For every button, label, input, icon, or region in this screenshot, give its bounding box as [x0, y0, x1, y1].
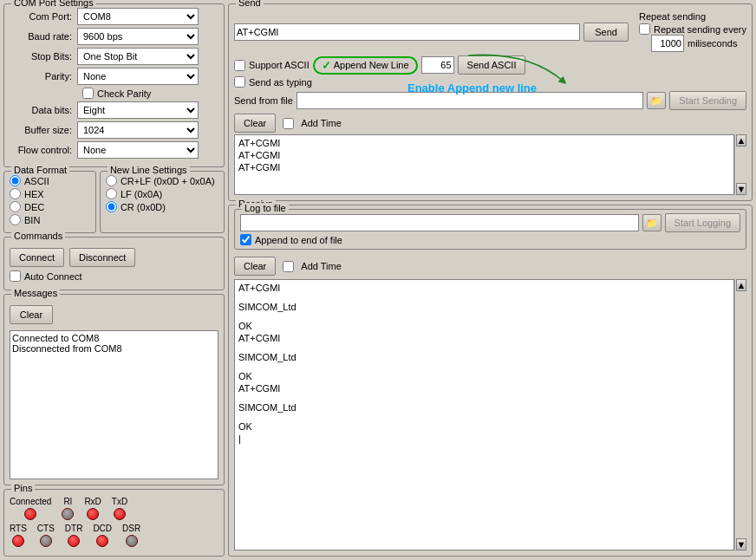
send-title: Send [236, 0, 264, 8]
recv-log-area: AT+CGMI SIMCOM_Ltd OK AT+CGMI SIMCOM_Ltd… [234, 279, 734, 550]
disconnect-button[interactable]: Disconnect [69, 248, 135, 267]
send-ascii-button[interactable]: Send ASCII [458, 55, 526, 75]
append-to-end-checkbox[interactable] [240, 234, 251, 245]
pin-dtr-led [68, 535, 80, 547]
com-port-label: Com Port: [10, 11, 77, 22]
support-ascii-checkbox[interactable] [234, 60, 245, 71]
recv-scrollbar[interactable]: ▲ ▼ [734, 279, 746, 550]
repeat-ms-input[interactable] [651, 35, 684, 52]
pin-rts-label: RTS [10, 524, 27, 533]
bin-radio[interactable] [10, 214, 21, 225]
pin-dcd: DCD [93, 524, 112, 547]
scrollbar-up-arrow[interactable]: ▲ [736, 134, 746, 147]
recv-add-time-checkbox[interactable] [283, 261, 294, 272]
com-port-row: Com Port: COM8 [10, 8, 218, 25]
pins-group: Pins Connected RI RxD TxD [3, 489, 225, 557]
recv-options-row: Clear Add Time [234, 253, 746, 276]
pin-dcd-label: DCD [93, 524, 112, 533]
pins-row-2: RTS CTS DTR DCD DSR [10, 524, 218, 547]
pin-ri: RI [62, 497, 74, 520]
append-new-line-label: Append New Line [334, 60, 409, 70]
recv-line-6: AT+CGMI [238, 382, 721, 394]
append-to-end-row: Append to end of file [240, 234, 740, 245]
left-panel: COM Port Settings Com Port: COM8 Baud ra… [0, 0, 228, 560]
buffer-size-select[interactable]: 1024 [77, 121, 199, 139]
log-file-row: 📁 Start Logging [240, 213, 740, 232]
crlf-radio[interactable] [106, 175, 117, 186]
repeat-ms-row: miliseconds [639, 35, 737, 52]
recv-scrollbar-up[interactable]: ▲ [736, 279, 746, 291]
baud-rate-select[interactable]: 9600 bps [77, 28, 199, 45]
ascii-radio[interactable] [10, 175, 21, 186]
messages-title: Messages [11, 288, 60, 298]
lf-radio[interactable] [106, 188, 117, 199]
stop-bits-row: Stop Bits: One Stop Bit [10, 48, 218, 65]
repeat-every-checkbox[interactable] [639, 23, 650, 35]
pin-dsr-led [126, 535, 138, 547]
parity-select[interactable]: None [77, 68, 199, 85]
recv-spacer-5 [238, 394, 721, 401]
lf-radio-row: LF (0x0A) [106, 188, 218, 199]
pin-rxd-led [87, 508, 99, 520]
data-format-title: Data Format [11, 165, 69, 175]
flow-control-select[interactable]: None [77, 141, 199, 159]
crlf-radio-row: CR+LF (0x0D + 0x0A) [106, 175, 218, 186]
check-parity-checkbox[interactable] [82, 88, 94, 99]
send-as-typing-checkbox[interactable] [234, 76, 245, 88]
send-from-file-label: Send from file [234, 95, 293, 106]
new-line-settings-group: New Line Settings CR+LF (0x0D + 0x0A) LF… [100, 171, 225, 233]
cr-radio[interactable] [106, 201, 117, 212]
auto-connect-checkbox[interactable] [10, 270, 21, 282]
send-add-time-checkbox[interactable] [283, 118, 294, 129]
file-browse-button[interactable]: 📁 [647, 92, 666, 109]
recv-clear-button[interactable]: Clear [234, 257, 276, 276]
com-port-select[interactable]: COM8 [77, 8, 199, 25]
ascii-num-input[interactable] [421, 56, 454, 74]
repeat-sending-label: Repeat sending [639, 11, 706, 22]
stop-bits-select[interactable]: One Stop Bit [77, 48, 199, 65]
hex-radio-row: HEX [10, 188, 90, 199]
pin-dtr: DTR [65, 524, 83, 547]
send-input[interactable] [234, 23, 580, 41]
send-add-time-label: Add Time [301, 118, 341, 128]
buffer-size-row: Buffer size: 1024 [10, 121, 218, 139]
messages-clear-button[interactable]: Clear [10, 305, 53, 324]
recv-spacer-6 [238, 413, 721, 420]
connect-button[interactable]: Connect [10, 248, 64, 267]
log-file-input[interactable] [240, 214, 639, 231]
start-logging-button[interactable]: Start Logging [665, 213, 740, 232]
hex-radio[interactable] [10, 188, 21, 199]
send-scrollbar[interactable]: ▲ ▼ [734, 134, 746, 195]
file-path-input[interactable] [297, 92, 643, 109]
pin-rts: RTS [10, 524, 27, 547]
parity-row: Parity: None [10, 68, 218, 85]
data-format-group: Data Format ASCII HEX DEC BIN [3, 171, 96, 233]
send-section: Send Send Repeat sending Repeat sending … [228, 3, 753, 201]
dec-radio[interactable] [10, 201, 21, 212]
cr-radio-row: CR (0x0D) [106, 201, 218, 212]
pins-row-1: Connected RI RxD TxD [10, 497, 218, 520]
scrollbar-down-arrow[interactable]: ▼ [736, 183, 746, 195]
append-new-line-highlight: ✓ Append New Line [313, 56, 418, 75]
start-sending-button[interactable]: Start Sending [669, 91, 746, 110]
ascii-radio-row: ASCII [10, 175, 90, 186]
message-line-1: Connected to COM8 [12, 333, 216, 343]
recv-spacer-4 [238, 363, 721, 370]
support-ascii-label: Support ASCII [249, 60, 310, 70]
ascii-options-row: Support ASCII ✓ Append New Line Send ASC… [234, 55, 525, 75]
com-port-settings-group: COM Port Settings Com Port: COM8 Baud ra… [3, 3, 225, 167]
log-browse-button[interactable]: 📁 [642, 214, 662, 231]
send-clear-button[interactable]: Clear [234, 114, 276, 133]
repeat-section: Repeat sending Repeat sending every mili… [639, 11, 746, 52]
append-checkmark-icon: ✓ [322, 59, 331, 72]
pin-dcd-led [96, 535, 108, 547]
recv-add-time-label: Add Time [301, 261, 341, 271]
pin-txd: TxD [112, 497, 127, 520]
flow-control-row: Flow control: None [10, 141, 218, 159]
pin-dsr-label: DSR [122, 524, 140, 533]
data-bits-select[interactable]: Eight [77, 101, 199, 119]
send-button[interactable]: Send [583, 23, 629, 42]
recv-spacer-1 [238, 294, 721, 301]
format-newline-row: Data Format ASCII HEX DEC BIN [3, 171, 225, 233]
recv-scrollbar-down[interactable]: ▼ [736, 538, 746, 550]
